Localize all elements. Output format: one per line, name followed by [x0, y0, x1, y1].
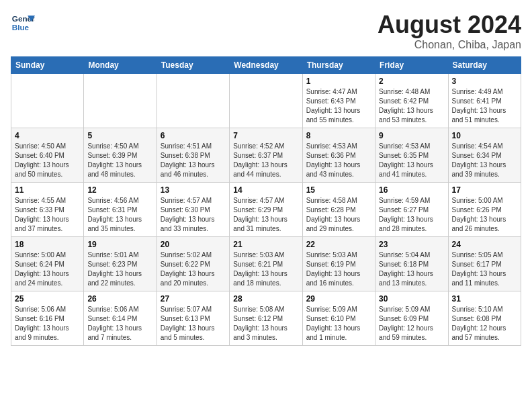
day-number: 22: [306, 240, 371, 249]
calendar-cell: 7Sunrise: 4:52 AM Sunset: 6:37 PM Daylig…: [230, 128, 302, 183]
calendar-cell: 28Sunrise: 5:08 AM Sunset: 6:12 PM Dayli…: [230, 291, 302, 346]
calendar-cell: 29Sunrise: 5:09 AM Sunset: 6:10 PM Dayli…: [302, 291, 375, 346]
day-number: 10: [452, 131, 517, 140]
day-number: 16: [379, 185, 444, 195]
day-number: 7: [233, 131, 298, 140]
calendar-cell: 25Sunrise: 5:06 AM Sunset: 6:16 PM Dayli…: [11, 291, 84, 346]
calendar-cell: 24Sunrise: 5:05 AM Sunset: 6:17 PM Dayli…: [448, 237, 521, 291]
calendar-cell: 6Sunrise: 4:51 AM Sunset: 6:38 PM Daylig…: [157, 128, 229, 183]
weekday-header: Friday: [375, 57, 448, 74]
calendar-week-row: 25Sunrise: 5:06 AM Sunset: 6:16 PM Dayli…: [11, 291, 521, 346]
day-number: 6: [161, 131, 226, 140]
day-info: Sunrise: 4:57 AM Sunset: 6:29 PM Dayligh…: [233, 196, 298, 234]
day-info: Sunrise: 5:06 AM Sunset: 6:16 PM Dayligh…: [15, 305, 80, 342]
day-info: Sunrise: 5:02 AM Sunset: 6:22 PM Dayligh…: [161, 250, 226, 288]
day-info: Sunrise: 4:56 AM Sunset: 6:31 PM Dayligh…: [87, 196, 152, 234]
calendar-cell: 12Sunrise: 4:56 AM Sunset: 6:31 PM Dayli…: [84, 183, 157, 237]
calendar-cell: 17Sunrise: 5:00 AM Sunset: 6:26 PM Dayli…: [448, 183, 521, 237]
calendar-cell: 14Sunrise: 4:57 AM Sunset: 6:29 PM Dayli…: [230, 183, 302, 237]
day-number: 5: [87, 131, 152, 140]
day-info: Sunrise: 5:07 AM Sunset: 6:13 PM Dayligh…: [161, 305, 226, 342]
day-number: 24: [452, 240, 517, 249]
day-number: 19: [87, 240, 152, 249]
calendar-body: 1Sunrise: 4:47 AM Sunset: 6:43 PM Daylig…: [11, 74, 521, 346]
day-info: Sunrise: 4:52 AM Sunset: 6:37 PM Dayligh…: [233, 142, 298, 179]
day-info: Sunrise: 4:50 AM Sunset: 6:40 PM Dayligh…: [15, 142, 80, 179]
day-info: Sunrise: 4:50 AM Sunset: 6:39 PM Dayligh…: [87, 142, 152, 179]
page-header: General Blue August 2024 Chonan, Chiba, …: [11, 11, 521, 51]
calendar-cell: 21Sunrise: 5:03 AM Sunset: 6:21 PM Dayli…: [230, 237, 302, 291]
day-number: 29: [306, 294, 371, 304]
day-number: 17: [452, 185, 517, 195]
calendar-cell: 3Sunrise: 4:49 AM Sunset: 6:41 PM Daylig…: [448, 74, 521, 128]
day-info: Sunrise: 5:04 AM Sunset: 6:18 PM Dayligh…: [379, 250, 444, 288]
calendar-cell: 1Sunrise: 4:47 AM Sunset: 6:43 PM Daylig…: [302, 74, 375, 128]
day-number: 30: [379, 294, 444, 304]
logo: General Blue: [11, 11, 35, 35]
calendar-cell: 23Sunrise: 5:04 AM Sunset: 6:18 PM Dayli…: [375, 237, 448, 291]
day-number: 4: [15, 131, 80, 140]
calendar-week-row: 11Sunrise: 4:55 AM Sunset: 6:33 PM Dayli…: [11, 183, 521, 237]
day-number: 21: [233, 240, 298, 249]
location-subtitle: Chonan, Chiba, Japan: [378, 39, 521, 51]
calendar-week-row: 4Sunrise: 4:50 AM Sunset: 6:40 PM Daylig…: [11, 128, 521, 183]
calendar-table: SundayMondayTuesdayWednesdayThursdayFrid…: [11, 56, 521, 346]
day-number: 8: [306, 131, 371, 140]
calendar-week-row: 18Sunrise: 5:00 AM Sunset: 6:24 PM Dayli…: [11, 237, 521, 291]
day-number: 26: [87, 294, 152, 304]
day-info: Sunrise: 5:10 AM Sunset: 6:08 PM Dayligh…: [452, 305, 517, 342]
calendar-cell: [157, 74, 229, 128]
calendar-cell: 15Sunrise: 4:58 AM Sunset: 6:28 PM Dayli…: [302, 183, 375, 237]
calendar-cell: 8Sunrise: 4:53 AM Sunset: 6:36 PM Daylig…: [302, 128, 375, 183]
weekday-header: Saturday: [448, 57, 521, 74]
weekday-header-row: SundayMondayTuesdayWednesdayThursdayFrid…: [11, 57, 521, 74]
day-info: Sunrise: 5:06 AM Sunset: 6:14 PM Dayligh…: [87, 305, 152, 342]
day-info: Sunrise: 4:48 AM Sunset: 6:42 PM Dayligh…: [379, 87, 444, 125]
day-info: Sunrise: 4:54 AM Sunset: 6:34 PM Dayligh…: [452, 142, 517, 179]
calendar-cell: 2Sunrise: 4:48 AM Sunset: 6:42 PM Daylig…: [375, 74, 448, 128]
day-number: 11: [15, 185, 80, 195]
day-info: Sunrise: 5:09 AM Sunset: 6:09 PM Dayligh…: [379, 305, 444, 342]
day-info: Sunrise: 4:59 AM Sunset: 6:27 PM Dayligh…: [379, 196, 444, 234]
day-info: Sunrise: 5:03 AM Sunset: 6:21 PM Dayligh…: [233, 250, 298, 288]
calendar-cell: 19Sunrise: 5:01 AM Sunset: 6:23 PM Dayli…: [84, 237, 157, 291]
calendar-cell: 16Sunrise: 4:59 AM Sunset: 6:27 PM Dayli…: [375, 183, 448, 237]
svg-text:Blue: Blue: [12, 23, 30, 32]
day-info: Sunrise: 4:55 AM Sunset: 6:33 PM Dayligh…: [15, 196, 80, 234]
day-info: Sunrise: 4:58 AM Sunset: 6:28 PM Dayligh…: [306, 196, 371, 234]
day-info: Sunrise: 5:03 AM Sunset: 6:19 PM Dayligh…: [306, 250, 371, 288]
day-number: 23: [379, 240, 444, 249]
weekday-header: Sunday: [11, 57, 84, 74]
calendar-cell: 27Sunrise: 5:07 AM Sunset: 6:13 PM Dayli…: [157, 291, 229, 346]
calendar-cell: 31Sunrise: 5:10 AM Sunset: 6:08 PM Dayli…: [448, 291, 521, 346]
day-info: Sunrise: 5:05 AM Sunset: 6:17 PM Dayligh…: [452, 250, 517, 288]
day-info: Sunrise: 5:09 AM Sunset: 6:10 PM Dayligh…: [306, 305, 371, 342]
day-info: Sunrise: 4:53 AM Sunset: 6:36 PM Dayligh…: [306, 142, 371, 179]
day-info: Sunrise: 5:00 AM Sunset: 6:26 PM Dayligh…: [452, 196, 517, 234]
weekday-header: Wednesday: [230, 57, 302, 74]
weekday-header: Thursday: [302, 57, 375, 74]
weekday-header: Tuesday: [157, 57, 229, 74]
day-number: 12: [87, 185, 152, 195]
calendar-cell: 22Sunrise: 5:03 AM Sunset: 6:19 PM Dayli…: [302, 237, 375, 291]
calendar-cell: [230, 74, 302, 128]
day-info: Sunrise: 4:57 AM Sunset: 6:30 PM Dayligh…: [161, 196, 226, 234]
calendar-cell: 9Sunrise: 4:53 AM Sunset: 6:35 PM Daylig…: [375, 128, 448, 183]
day-number: 15: [306, 185, 371, 195]
calendar-cell: 4Sunrise: 4:50 AM Sunset: 6:40 PM Daylig…: [11, 128, 84, 183]
month-year-title: August 2024: [378, 11, 521, 39]
day-info: Sunrise: 5:00 AM Sunset: 6:24 PM Dayligh…: [15, 250, 80, 288]
calendar-week-row: 1Sunrise: 4:47 AM Sunset: 6:43 PM Daylig…: [11, 74, 521, 128]
day-number: 2: [379, 77, 444, 86]
day-info: Sunrise: 5:08 AM Sunset: 6:12 PM Dayligh…: [233, 305, 298, 342]
calendar-header: SundayMondayTuesdayWednesdayThursdayFrid…: [11, 57, 521, 74]
day-number: 25: [15, 294, 80, 304]
day-info: Sunrise: 4:51 AM Sunset: 6:38 PM Dayligh…: [161, 142, 226, 179]
calendar-cell: 18Sunrise: 5:00 AM Sunset: 6:24 PM Dayli…: [11, 237, 84, 291]
day-info: Sunrise: 4:53 AM Sunset: 6:35 PM Dayligh…: [379, 142, 444, 179]
logo-icon: General Blue: [11, 11, 35, 35]
day-info: Sunrise: 4:47 AM Sunset: 6:43 PM Dayligh…: [306, 87, 371, 125]
day-number: 3: [452, 77, 517, 86]
calendar-cell: 30Sunrise: 5:09 AM Sunset: 6:09 PM Dayli…: [375, 291, 448, 346]
day-info: Sunrise: 4:49 AM Sunset: 6:41 PM Dayligh…: [452, 87, 517, 125]
